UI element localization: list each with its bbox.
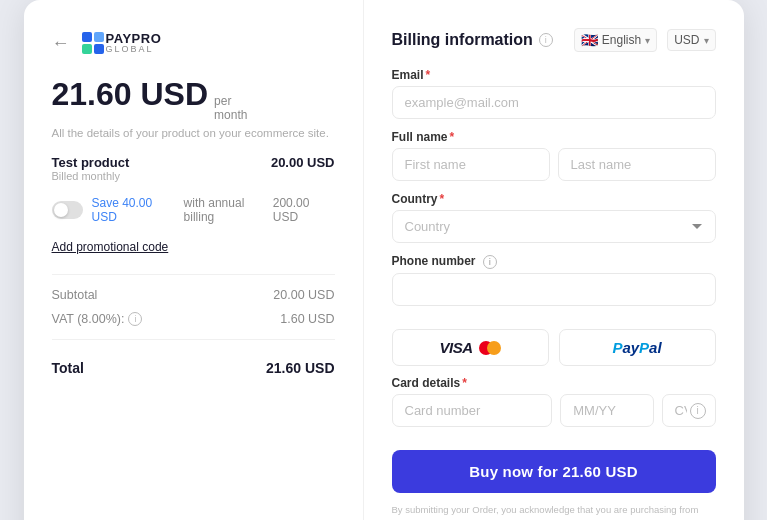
lang-chevron: ▾ [645,35,650,46]
subtotal-label: Subtotal [52,288,98,302]
total-label: Total [52,360,84,376]
billing-header: Billing information i 🇬🇧 English ▾ USD ▾ [392,28,716,52]
annual-text: with annual billing [184,196,273,224]
phone-input[interactable] [392,273,716,306]
price-value: 21.60 USD [52,76,209,113]
lastname-input[interactable] [558,148,716,181]
vat-row: VAT (8.00%): i 1.60 USD [52,307,335,331]
currency-label: USD [674,33,699,47]
product-price: 20.00 USD [271,155,335,170]
per-month: permonth [214,94,247,123]
right-panel: Billing information i 🇬🇧 English ▾ USD ▾… [364,0,744,520]
logo-row: ← PAYPRO GLOBAL [52,32,335,54]
email-input[interactable] [392,86,716,119]
header-right: 🇬🇧 English ▾ USD ▾ [574,28,716,52]
firstname-input[interactable] [392,148,550,181]
name-row [392,148,716,181]
logo-text: PAYPRO GLOBAL [106,32,162,54]
billing-title: Billing information [392,31,533,49]
promo-link[interactable]: Add promotional code [52,240,335,254]
vat-value: 1.60 USD [280,312,334,326]
annual-toggle-row: Save 40.00 USD with annual billing 200.0… [52,196,335,224]
billing-info-icon[interactable]: i [539,33,553,47]
logo-sq-1 [82,32,92,42]
product-name: Test product [52,155,130,170]
card-number-input[interactable] [392,394,553,427]
back-arrow[interactable]: ← [52,33,70,54]
total-value: 21.60 USD [266,360,334,376]
product-row: Test product Billed monthly 20.00 USD [52,155,335,182]
email-group: Email* [392,68,716,119]
fullname-group: Full name* [392,130,716,181]
phone-label: Phone number i [392,254,716,269]
cvc-info-icon[interactable]: i [690,403,706,419]
mc-orange-circle [487,341,501,355]
annual-toggle[interactable] [52,201,84,219]
lang-label: English [602,33,641,47]
buy-now-button[interactable]: Buy now for 21.60 USD [392,450,716,493]
country-select[interactable]: Country [392,210,716,243]
price-display: 21.60 USD permonth [52,76,335,123]
total-row: Total 21.60 USD [52,352,335,376]
cvc-wrapper: i [662,394,716,427]
product-info: Test product Billed monthly [52,155,130,182]
phone-info-icon[interactable]: i [483,255,497,269]
payment-method-buttons: VISA PayPal [392,329,716,366]
vat-info-icon[interactable]: i [128,312,142,326]
currency-selector[interactable]: USD ▾ [667,29,715,51]
card-label: Card details* [392,376,716,390]
toggle-knob [54,203,68,217]
logo-sq-4 [94,44,104,54]
logo-global: GLOBAL [106,45,162,54]
paypal-logo: PayPal [612,339,661,356]
country-label: Country* [392,192,716,206]
subtotal-row: Subtotal 20.00 USD [52,283,335,307]
card-row: i [392,394,716,427]
logo-sq-2 [94,32,104,42]
divider-2 [52,339,335,340]
phone-group: Phone number i [392,254,716,306]
vat-label: VAT (8.00%): i [52,312,143,326]
email-label: Email* [392,68,716,82]
paypal-button[interactable]: PayPal [559,329,716,366]
card-expiry-input[interactable] [560,394,653,427]
toggle-left[interactable]: Save 40.00 USD with annual billing [52,196,273,224]
billed-label: Billed monthly [52,170,130,182]
flag-icon: 🇬🇧 [581,32,598,48]
save-text: Save 40.00 USD [91,196,175,224]
logo-squares [82,32,104,54]
language-selector[interactable]: 🇬🇧 English ▾ [574,28,657,52]
mastercard-pay-logo [479,341,501,355]
divider-1 [52,274,335,275]
country-group: Country* Country [392,192,716,243]
subtotal-value: 20.00 USD [273,288,334,302]
annual-price: 200.00 USD [273,196,335,224]
logo-sq-3 [82,44,92,54]
terms-text: By submitting your Order, you acknowledg… [392,503,716,520]
billing-title-row: Billing information i [392,31,553,49]
visa-pay-logo: VISA [439,339,472,356]
card-details-group: Card details* i [392,376,716,427]
currency-chevron: ▾ [704,35,709,46]
visa-mastercard-button[interactable]: VISA [392,329,549,366]
fullname-label: Full name* [392,130,716,144]
logo-icon: PAYPRO GLOBAL [82,32,162,54]
left-panel: ← PAYPRO GLOBAL 21.60 USD permonth All t… [24,0,364,520]
product-description: All the details of your product on your … [52,127,335,139]
